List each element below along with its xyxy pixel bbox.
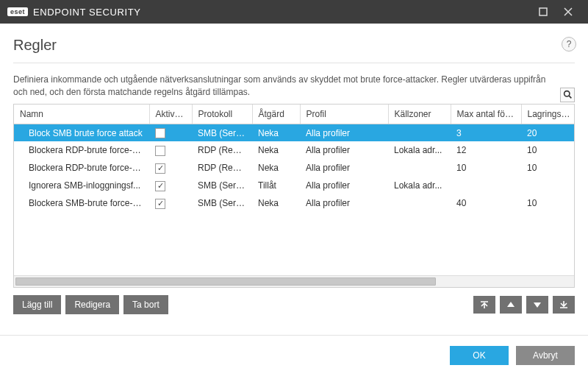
col-zones[interactable]: Källzoner [388, 105, 451, 124]
help-button[interactable]: ? [562, 37, 576, 52]
maximize-icon [539, 7, 548, 16]
table-row[interactable]: Ignorera SMB-inloggningsf...SMB (Serv...… [14, 177, 574, 194]
cell-action: Neka [252, 141, 300, 159]
cell-profile: Alla profiler [300, 141, 388, 159]
cell-protocol: SMB (Serv... [192, 124, 252, 141]
horizontal-scrollbar[interactable] [14, 275, 574, 287]
move-up-button[interactable] [500, 296, 522, 314]
table-toolbar: Lägg till Redigera Ta bort [13, 295, 575, 314]
table-row[interactable]: Blockera SMB-brute force-a...SMB (Serv..… [14, 194, 574, 212]
cell-max-attempts [451, 177, 521, 194]
cell-retention: 10 [521, 141, 574, 159]
cell-profile: Alla profiler [300, 124, 388, 141]
svg-point-1 [564, 91, 569, 96]
search-button[interactable] [560, 88, 575, 102]
table-row[interactable]: Block SMB brute force attackSMB (Serv...… [14, 124, 574, 141]
enabled-checkbox[interactable] [155, 181, 165, 191]
brand-title: ENDPOINT SECURITY [33, 7, 140, 18]
col-protocol[interactable]: Protokoll [192, 105, 252, 124]
scrollbar-thumb[interactable] [15, 277, 436, 286]
col-action[interactable]: Åtgärd [252, 105, 300, 124]
enabled-checkbox[interactable] [155, 128, 165, 138]
cell-name: Ignorera SMB-inloggningsf... [14, 177, 149, 194]
ok-button[interactable]: OK [450, 346, 509, 365]
cell-action: Neka [252, 159, 300, 177]
cell-protocol: RDP (Rem... [192, 159, 252, 177]
move-up-icon [506, 300, 515, 309]
cell-max-attempts: 12 [451, 141, 521, 159]
col-profile[interactable]: Profil [300, 105, 388, 124]
brand-badge: eset [7, 7, 28, 16]
window-maximize-button[interactable] [531, 0, 556, 24]
move-bottom-button[interactable] [553, 296, 575, 314]
move-top-button[interactable] [473, 296, 495, 314]
cell-name: Block SMB brute force attack [14, 124, 149, 141]
cell-max-attempts: 40 [451, 194, 521, 212]
col-retention[interactable]: Lagringspe... [521, 105, 574, 124]
delete-button[interactable]: Ta bort [123, 295, 168, 314]
col-name[interactable]: Namn [14, 105, 149, 124]
cell-retention [521, 177, 574, 194]
rules-table: Namn Aktiverat Protokoll Åtgärd Profil K… [13, 104, 575, 288]
cell-profile: Alla profiler [300, 177, 388, 194]
cell-max-attempts: 10 [451, 159, 521, 177]
page-description: Definiera inkommande och utgående nätver… [13, 74, 575, 99]
cell-profile: Alla profiler [300, 159, 388, 177]
help-icon: ? [567, 39, 572, 49]
cell-retention: 20 [521, 124, 574, 141]
cell-enabled [149, 194, 192, 212]
cell-zones: Lokala adr... [388, 177, 451, 194]
enabled-checkbox[interactable] [155, 146, 165, 156]
move-bottom-icon [559, 300, 568, 309]
titlebar: eset ENDPOINT SECURITY [0, 0, 588, 24]
divider [13, 63, 575, 63]
table-header-row: Namn Aktiverat Protokoll Åtgärd Profil K… [14, 105, 574, 124]
brand: eset ENDPOINT SECURITY [7, 7, 141, 18]
col-max-attempts[interactable]: Max antal försök [451, 105, 521, 124]
cell-protocol: SMB (Serv... [192, 194, 252, 212]
move-down-button[interactable] [526, 296, 548, 314]
cell-enabled [149, 159, 192, 177]
cell-enabled [149, 124, 192, 141]
cell-profile: Alla profiler [300, 194, 388, 212]
cancel-button[interactable]: Avbryt [516, 346, 575, 365]
cell-zones [388, 159, 451, 177]
search-icon [563, 90, 573, 99]
window-close-button[interactable] [556, 0, 581, 24]
move-down-icon [533, 300, 542, 309]
edit-button[interactable]: Redigera [65, 295, 119, 314]
col-enabled[interactable]: Aktiverat [149, 105, 192, 124]
cell-name: Blockera RDP-brute force-at... [14, 141, 149, 159]
cell-action: Tillåt [252, 177, 300, 194]
cell-protocol: SMB (Serv... [192, 177, 252, 194]
add-button[interactable]: Lägg till [13, 295, 61, 314]
table-row[interactable]: Blockera RDP-brute force-at...RDP (Rem..… [14, 159, 574, 177]
svg-rect-0 [539, 8, 547, 15]
dialog-footer: OK Avbryt [0, 335, 588, 368]
page-title: Regler [13, 37, 575, 54]
cell-name: Blockera SMB-brute force-a... [14, 194, 149, 212]
cell-enabled [149, 177, 192, 194]
cell-retention: 10 [521, 194, 574, 212]
cell-retention: 10 [521, 159, 574, 177]
enabled-checkbox[interactable] [155, 163, 165, 174]
cell-action: Neka [252, 194, 300, 212]
cell-action: Neka [252, 124, 300, 141]
cell-name: Blockera RDP-brute force-at... [14, 159, 149, 177]
cell-enabled [149, 141, 192, 159]
cell-max-attempts: 3 [451, 124, 521, 141]
cell-zones [388, 194, 451, 212]
move-top-icon [480, 300, 489, 309]
table-row[interactable]: Blockera RDP-brute force-at...RDP (Rem..… [14, 141, 574, 159]
enabled-checkbox[interactable] [155, 199, 165, 209]
close-icon [564, 7, 573, 16]
cell-zones: Lokala adr... [388, 141, 451, 159]
cell-zones [388, 124, 451, 141]
description-text: Definiera inkommande och utgående nätver… [13, 74, 545, 97]
cell-protocol: RDP (Rem... [192, 141, 252, 159]
